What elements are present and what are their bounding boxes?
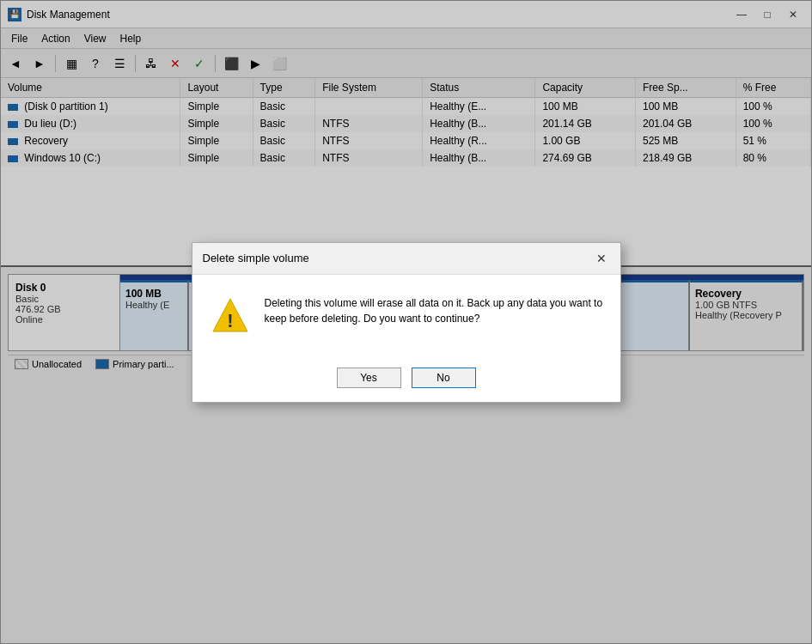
svg-text:!: ! [227,310,233,331]
dialog-close-button[interactable]: ✕ [593,250,610,267]
dialog-message: Deleting this volume will erase all data… [265,295,603,326]
warning-icon: ! [210,295,251,337]
dialog-title: Delete simple volume [203,252,309,264]
dialog-title-bar: Delete simple volume ✕ [192,243,620,275]
dialog-footer: Yes No [192,357,620,402]
dialog-overlay: Delete simple volume ✕ ! Deleting this v… [0,0,812,644]
no-button[interactable]: No [412,368,476,388]
delete-volume-dialog: Delete simple volume ✕ ! Deleting this v… [192,242,621,403]
yes-button[interactable]: Yes [337,368,401,388]
dialog-body: ! Deleting this volume will erase all da… [192,275,620,357]
